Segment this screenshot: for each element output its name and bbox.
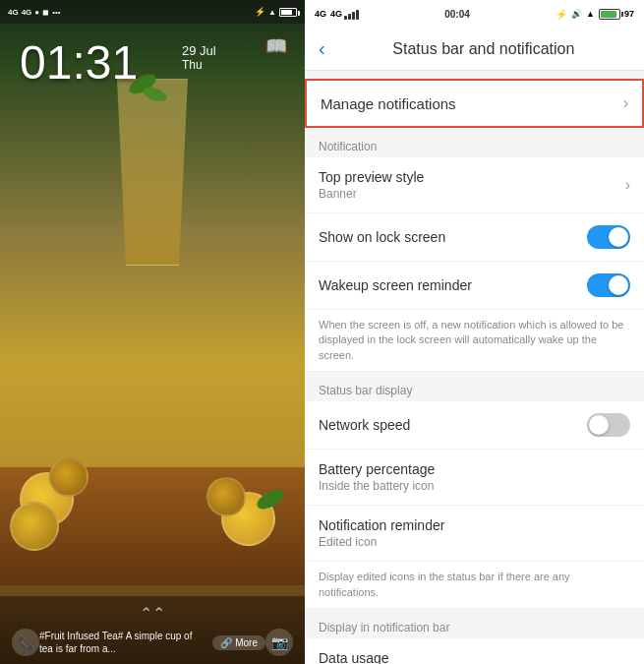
network-speed-left: Network speed	[319, 417, 587, 433]
settings-status-bar: 4G 4G 00:04 ⚡ 🔊 ▲ 97	[305, 0, 644, 28]
signal-bar-2	[348, 14, 351, 20]
data-usage-row[interactable]: Data usage Network-enabled card	[305, 638, 644, 664]
signal-bars	[344, 8, 359, 20]
battery-percentage-left: Battery percentage Inside the battery ic…	[319, 461, 630, 493]
lock-notif-text: #Fruit Infused Tea# A simple cup of tea …	[39, 630, 205, 655]
data-usage-title: Data usage	[319, 650, 630, 664]
battery-percentage-row[interactable]: Battery percentage Inside the battery ic…	[305, 450, 644, 506]
network-speed-row: Network speed	[305, 401, 644, 450]
network-speed-toggle[interactable]	[587, 413, 630, 437]
toggle-thumb-wakeup	[609, 275, 628, 295]
section-label-notification-bar: Display in notification bar	[305, 609, 644, 638]
lock-status-right: ⚡ ▲	[255, 7, 297, 17]
notification-reminder-left: Notification reminder Edited icon	[319, 517, 630, 549]
whatsapp-icon: ●	[34, 8, 39, 17]
settings-battery-icon	[599, 9, 620, 20]
show-on-lock-screen-row: Show on lock screen	[305, 213, 644, 262]
wakeup-screen-reminder-left: Wakeup screen reminder	[319, 277, 587, 293]
wakeup-screen-reminder-row: Wakeup screen reminder	[305, 262, 644, 310]
settings-page-title: Status bar and notification	[337, 40, 630, 58]
swipe-chevrons: ⌃⌃	[140, 604, 165, 623]
settings-time-display: 00:04	[444, 9, 470, 20]
manage-notifications-chevron: ›	[623, 94, 628, 112]
settings-panel: 4G 4G 00:04 ⚡ 🔊 ▲ 97 ‹ Status bar and no…	[305, 0, 644, 664]
bluetooth-icon: ⚡	[255, 7, 265, 17]
manage-notifications-row[interactable]: Manage notifications ›	[305, 79, 644, 128]
top-preview-style-title: Top preview style	[319, 169, 625, 185]
back-button[interactable]: ‹	[319, 37, 325, 60]
phone-icon[interactable]: 📞	[12, 629, 39, 656]
section-label-notification: Notification	[305, 128, 644, 157]
more-icons: •••	[52, 8, 60, 17]
citrus-fruit-3	[10, 502, 59, 551]
section-label-status-bar: Status bar display	[305, 372, 644, 401]
lock-battery-fill	[281, 10, 292, 15]
swipe-indicator: ⌃⌃	[12, 604, 293, 623]
lock-more-button[interactable]: 🔗 More	[212, 635, 265, 650]
settings-4g-2: 4G	[330, 9, 342, 19]
lock-status-bar: 4G 4G ● ◼ ••• ⚡ ▲	[0, 0, 305, 24]
link-icon: 🔗	[220, 637, 232, 648]
signal-bar-3	[352, 12, 355, 20]
manage-notifications-label: Manage notifications	[321, 95, 456, 112]
show-on-lock-screen-toggle[interactable]	[587, 225, 630, 249]
settings-battery-fill	[601, 11, 616, 18]
signal-4g-1: 4G	[8, 8, 19, 17]
top-preview-style-row[interactable]: Top preview style Banner ›	[305, 157, 644, 213]
notification-reminder-subtitle: Edited icon	[319, 535, 630, 549]
camera-icon[interactable]: 📷	[265, 629, 293, 656]
notification-reminder-title: Notification reminder	[319, 517, 630, 533]
notification-reminder-description: Display edited icons in the status bar i…	[305, 562, 644, 609]
book-icon[interactable]: 📖	[265, 35, 287, 57]
notification-reminder-row[interactable]: Notification reminder Edited icon	[305, 506, 644, 562]
lock-date-area: 29 Jul Thu	[182, 43, 216, 72]
camera-symbol: 📷	[271, 634, 288, 650]
wakeup-screen-reminder-toggle[interactable]	[587, 273, 630, 297]
wakeup-screen-description: When the screen is off, a new notificati…	[305, 310, 644, 372]
lock-date-weekday: Thu	[182, 58, 216, 72]
data-usage-left: Data usage Network-enabled card	[319, 650, 630, 664]
signal-bar-1	[344, 16, 347, 20]
settings-status-right: ⚡ 🔊 ▲ 97	[556, 9, 634, 20]
signal-bar-4	[356, 10, 359, 20]
top-preview-chevron: ›	[625, 176, 630, 194]
more-btn-label: More	[235, 637, 258, 648]
top-preview-style-left: Top preview style Banner	[319, 169, 625, 201]
lock-screen-panel: 4G 4G ● ◼ ••• ⚡ ▲ 📖 01:31 29 Jul Thu ⌃⌃	[0, 0, 305, 664]
lock-time: 01:31	[20, 39, 138, 87]
top-preview-style-subtitle: Banner	[319, 187, 625, 201]
signal-4g-2: 4G	[22, 8, 32, 17]
settings-wifi-icon: ▲	[586, 9, 595, 19]
settings-time: 00:04	[444, 9, 470, 20]
citrus-fruit-2	[49, 457, 88, 497]
network-speed-title: Network speed	[319, 417, 587, 433]
lock-status-left: 4G 4G ● ◼ •••	[8, 8, 61, 17]
wakeup-screen-reminder-title: Wakeup screen reminder	[319, 277, 587, 293]
wifi-icon: ▲	[268, 8, 276, 17]
settings-4g-1: 4G	[315, 9, 326, 19]
toggle-thumb-show-lock	[609, 227, 628, 247]
settings-battery-percent: 97	[624, 9, 634, 19]
settings-header: ‹ Status bar and notification	[305, 28, 644, 71]
lock-date-day: 29 Jul	[182, 43, 216, 58]
lock-bottom-area: ⌃⌃ 📞 #Fruit Infused Tea# A simple cup of…	[0, 596, 305, 664]
settings-vol-icon: 🔊	[571, 9, 582, 19]
lock-notif-line2: far from a...	[66, 643, 116, 654]
lock-bottom-content: 📞 #Fruit Infused Tea# A simple cup of te…	[12, 629, 293, 656]
battery-percentage-title: Battery percentage	[319, 461, 630, 477]
show-on-lock-screen-title: Show on lock screen	[319, 229, 587, 245]
show-on-lock-screen-left: Show on lock screen	[319, 229, 587, 245]
phone-symbol: 📞	[18, 634, 34, 650]
settings-status-left: 4G 4G	[315, 8, 359, 20]
lock-time-area: 01:31	[20, 39, 138, 87]
toggle-thumb-network	[589, 415, 609, 435]
settings-bluetooth-icon: ⚡	[556, 9, 567, 20]
lock-battery-icon	[279, 8, 297, 17]
lock-notification-row: #Fruit Infused Tea# A simple cup of tea …	[39, 630, 265, 655]
citrus-fruit-5	[206, 477, 246, 516]
msg-icon: ◼	[42, 8, 49, 17]
battery-percentage-subtitle: Inside the battery icon	[319, 479, 630, 493]
settings-content: Manage notifications › Notification Top …	[305, 71, 644, 664]
